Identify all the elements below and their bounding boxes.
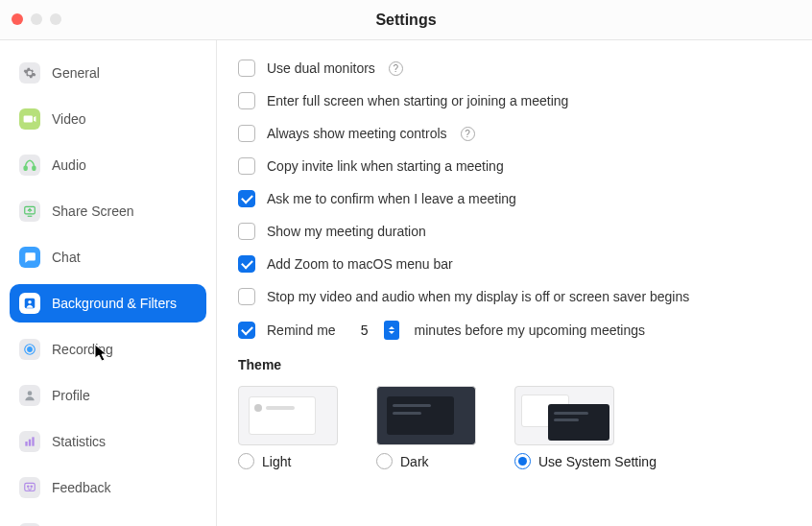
theme-thumb-light bbox=[238, 386, 338, 445]
sidebar-item-general[interactable]: General bbox=[10, 54, 206, 92]
content-pane: Use dual monitors ? Enter full screen wh… bbox=[217, 40, 812, 526]
remind-minutes-input[interactable] bbox=[351, 323, 378, 338]
option-show-duration[interactable]: Show my meeting duration bbox=[238, 223, 791, 240]
svg-rect-9 bbox=[29, 440, 31, 446]
sidebar-item-video[interactable]: Video bbox=[10, 100, 206, 138]
checkbox-menu-bar[interactable] bbox=[238, 255, 255, 273]
share-screen-icon bbox=[19, 201, 40, 222]
option-always-controls[interactable]: Always show meeting controls ? bbox=[238, 125, 791, 142]
sidebar-item-label: Statistics bbox=[52, 434, 106, 449]
sidebar-item-label: Audio bbox=[52, 157, 86, 173]
option-label: Enter full screen when starting or joini… bbox=[267, 93, 568, 108]
theme-option-light[interactable]: Light bbox=[238, 386, 338, 469]
theme-label: Dark bbox=[400, 454, 429, 469]
maximize-window-button[interactable] bbox=[50, 13, 61, 25]
sidebar-item-shortcuts[interactable]: Keyboard Shortcuts bbox=[10, 514, 206, 526]
option-menu-bar[interactable]: Add Zoom to macOS menu bar bbox=[238, 255, 791, 273]
sidebar-item-chat[interactable]: Chat bbox=[10, 238, 206, 276]
sidebar-item-profile[interactable]: Profile bbox=[10, 376, 206, 415]
option-label: Ask me to confirm when I leave a meeting bbox=[267, 191, 516, 206]
minimize-window-button[interactable] bbox=[31, 13, 42, 25]
titlebar: Settings bbox=[0, 0, 812, 40]
option-copy-invite[interactable]: Copy invite link when starting a meeting bbox=[238, 157, 791, 175]
radio-system[interactable] bbox=[514, 453, 531, 469]
option-label: Use dual monitors bbox=[267, 60, 375, 76]
option-label: Always show meeting controls bbox=[267, 126, 447, 141]
sidebar-item-bgfilters[interactable]: Background & Filters bbox=[10, 284, 206, 323]
statistics-icon bbox=[19, 431, 40, 452]
sidebar: GeneralVideoAudioShare ScreenChatBackgro… bbox=[0, 40, 217, 526]
chat-icon bbox=[19, 247, 40, 268]
checkbox-copy-invite[interactable] bbox=[238, 157, 255, 175]
svg-point-6 bbox=[28, 347, 33, 352]
theme-option-system[interactable]: Use System Setting bbox=[514, 386, 657, 469]
checkbox-show-duration[interactable] bbox=[238, 223, 255, 240]
sidebar-item-label: Share Screen bbox=[52, 203, 134, 219]
theme-thumb-dark bbox=[376, 386, 476, 445]
svg-rect-10 bbox=[32, 437, 34, 445]
video-icon bbox=[19, 108, 40, 130]
option-label: Show my meeting duration bbox=[267, 224, 426, 239]
option-fullscreen[interactable]: Enter full screen when starting or joini… bbox=[238, 92, 791, 109]
audio-icon bbox=[19, 155, 40, 176]
svg-rect-8 bbox=[25, 442, 27, 446]
option-label: Add Zoom to macOS menu bar bbox=[267, 256, 453, 272]
sidebar-item-recording[interactable]: Recording bbox=[10, 330, 206, 369]
theme-section-label: Theme bbox=[238, 357, 791, 372]
checkbox-confirm-leave[interactable] bbox=[238, 190, 255, 207]
theme-label: Use System Setting bbox=[538, 454, 657, 469]
close-window-button[interactable] bbox=[12, 13, 23, 25]
sidebar-item-audio[interactable]: Audio bbox=[10, 146, 206, 184]
checkbox-remind[interactable] bbox=[238, 322, 255, 339]
option-label: Stop my video and audio when my display … bbox=[267, 289, 689, 304]
sidebar-item-label: Video bbox=[52, 111, 86, 127]
sidebar-item-share[interactable]: Share Screen bbox=[10, 192, 206, 230]
svg-rect-0 bbox=[24, 166, 27, 170]
theme-options: Light Dark Use System Setting bbox=[238, 386, 791, 469]
option-stop-on-sleep[interactable]: Stop my video and audio when my display … bbox=[238, 288, 791, 305]
checkbox-dual-monitors[interactable] bbox=[238, 60, 255, 77]
background-icon bbox=[19, 293, 40, 314]
radio-dark[interactable] bbox=[376, 453, 393, 469]
help-icon[interactable]: ? bbox=[389, 61, 403, 76]
checkbox-stop-on-sleep[interactable] bbox=[238, 288, 255, 305]
theme-option-dark[interactable]: Dark bbox=[376, 386, 476, 469]
stepper-buttons[interactable] bbox=[384, 321, 399, 340]
svg-rect-1 bbox=[33, 166, 36, 170]
profile-icon bbox=[19, 385, 40, 406]
recording-icon bbox=[19, 339, 40, 360]
svg-point-13 bbox=[31, 486, 32, 487]
option-dual-monitors[interactable]: Use dual monitors ? bbox=[238, 60, 791, 77]
feedback-icon bbox=[19, 477, 40, 498]
svg-point-12 bbox=[28, 486, 29, 487]
sidebar-item-label: Background & Filters bbox=[52, 296, 177, 311]
window-title: Settings bbox=[0, 12, 812, 29]
theme-thumb-system bbox=[514, 386, 614, 445]
sidebar-item-feedback[interactable]: Feedback bbox=[10, 468, 206, 507]
sidebar-item-label: Recording bbox=[52, 342, 113, 357]
remind-minutes-stepper[interactable] bbox=[351, 321, 399, 340]
radio-light[interactable] bbox=[238, 453, 254, 469]
sidebar-item-label: Profile bbox=[52, 388, 90, 403]
svg-point-4 bbox=[28, 300, 32, 304]
traffic-lights bbox=[12, 13, 61, 25]
remind-suffix: minutes before my upcoming meetings bbox=[415, 323, 645, 338]
option-confirm-leave[interactable]: Ask me to confirm when I leave a meeting bbox=[238, 190, 791, 207]
sidebar-item-label: Chat bbox=[52, 250, 81, 265]
theme-label: Light bbox=[262, 454, 291, 469]
checkbox-always-controls[interactable] bbox=[238, 125, 255, 142]
sidebar-item-label: General bbox=[52, 65, 100, 81]
sidebar-item-label: Feedback bbox=[52, 480, 110, 495]
sidebar-item-statistics[interactable]: Statistics bbox=[10, 422, 206, 461]
option-label: Copy invite link when starting a meeting bbox=[267, 158, 504, 174]
remind-prefix: Remind me bbox=[267, 323, 336, 338]
gear-icon bbox=[19, 62, 40, 84]
help-icon[interactable]: ? bbox=[461, 127, 475, 141]
option-remind[interactable]: Remind me minutes before my upcoming mee… bbox=[238, 321, 791, 340]
svg-point-7 bbox=[28, 391, 33, 395]
checkbox-fullscreen[interactable] bbox=[238, 92, 255, 109]
